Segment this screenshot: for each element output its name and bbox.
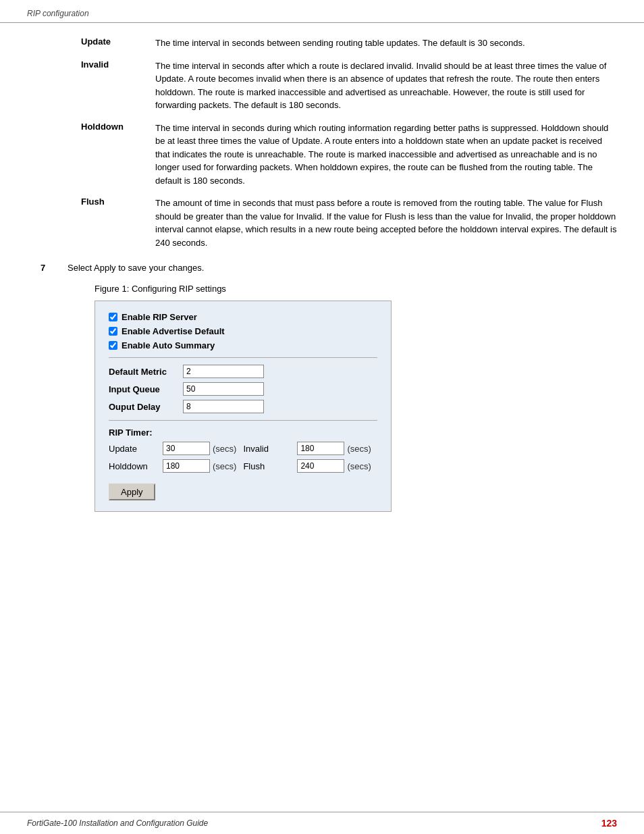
definition-term: Holddown (81, 122, 155, 132)
page-header: RIP configuration (0, 0, 644, 23)
definition-term: Update (81, 36, 155, 47)
checkbox-label: Enable RIP Server (122, 312, 197, 322)
timer-row: Update(secs)Invalid(secs) (109, 442, 377, 455)
checkboxes-section: Enable RIP ServerEnable Advertise Defaul… (109, 312, 377, 350)
definition-row: InvalidThe time interval in seconds afte… (81, 59, 617, 112)
timers-section: Update(secs)Invalid(secs)Holddown(secs)F… (109, 442, 377, 473)
field-label: Ouput Delay (109, 402, 183, 412)
figure-caption-text: Configuring RIP settings (129, 284, 226, 294)
header-title: RIP configuration (27, 9, 89, 18)
checkbox-input[interactable] (109, 327, 117, 336)
definition-row: HolddownThe time interval in seconds dur… (81, 122, 617, 188)
footer-doc-title: FortiGate-100 Installation and Configura… (27, 818, 208, 828)
timer-input-2[interactable] (297, 442, 344, 455)
checkbox-label: Enable Advertise Default (122, 326, 225, 336)
apply-button[interactable]: Apply (109, 484, 155, 500)
timer-section-label: RIP Timer: (109, 427, 377, 438)
timer-label-2: Invalid (243, 444, 297, 454)
field-label: Input Queue (109, 384, 183, 394)
timer-label-1: Update (109, 444, 163, 454)
timer-unit-1: (secs) (213, 461, 236, 471)
timer-input-2[interactable] (297, 459, 344, 473)
timer-input-1[interactable] (163, 459, 210, 473)
page-footer: FortiGate-100 Installation and Configura… (0, 812, 644, 834)
figure-label: Figure 1: (95, 284, 129, 294)
checkbox-label: Enable Auto Summary (122, 340, 215, 350)
field-row: Ouput Delay (109, 400, 377, 413)
definition-desc: The time interval in seconds during whic… (155, 122, 617, 188)
definition-section: UpdateThe time interval in seconds betwe… (81, 36, 617, 249)
definition-desc: The time interval in seconds after which… (155, 59, 617, 112)
timer-unit-2: (secs) (347, 444, 371, 454)
figure-caption: Figure 1: Configuring RIP settings (95, 284, 617, 294)
definition-term: Invalid (81, 59, 155, 70)
step-number: 7 (41, 263, 68, 273)
checkbox-input[interactable] (109, 313, 117, 321)
field-input[interactable] (183, 400, 264, 413)
timer-row: Holddown(secs)Flush(secs) (109, 459, 377, 473)
definition-row: FlushThe amount of time in seconds that … (81, 197, 617, 249)
field-row: Default Metric (109, 365, 377, 378)
footer-page-number: 123 (601, 818, 617, 829)
fields-section: Default MetricInput QueueOuput Delay (109, 365, 377, 413)
field-input[interactable] (183, 382, 264, 396)
timer-input-1[interactable] (163, 442, 210, 455)
field-label: Default Metric (109, 367, 183, 377)
timer-unit-2: (secs) (347, 461, 371, 471)
field-input[interactable] (183, 365, 264, 378)
rip-settings-box: Enable RIP ServerEnable Advertise Defaul… (95, 301, 392, 512)
definition-term: Flush (81, 197, 155, 207)
definition-desc: The amount of time in seconds that must … (155, 197, 617, 249)
definition-desc: The time interval in seconds between sen… (155, 36, 617, 50)
timer-label-2: Flush (243, 461, 297, 471)
step-text: Select Apply to save your changes. (68, 263, 204, 273)
main-content: UpdateThe time interval in seconds betwe… (0, 23, 644, 812)
definition-row: UpdateThe time interval in seconds betwe… (81, 36, 617, 50)
page-container: RIP configuration UpdateThe time interva… (0, 0, 644, 834)
timer-unit-1: (secs) (213, 444, 236, 454)
checkbox-row: Enable Auto Summary (109, 340, 377, 350)
checkbox-input[interactable] (109, 341, 117, 350)
figure-container: Figure 1: Configuring RIP settings Enabl… (95, 284, 617, 512)
field-row: Input Queue (109, 382, 377, 396)
checkbox-row: Enable RIP Server (109, 312, 377, 322)
divider-2 (109, 420, 377, 421)
divider-1 (109, 357, 377, 358)
step-instruction: 7 Select Apply to save your changes. (41, 263, 617, 273)
timer-label-1: Holddown (109, 461, 163, 471)
checkbox-row: Enable Advertise Default (109, 326, 377, 336)
